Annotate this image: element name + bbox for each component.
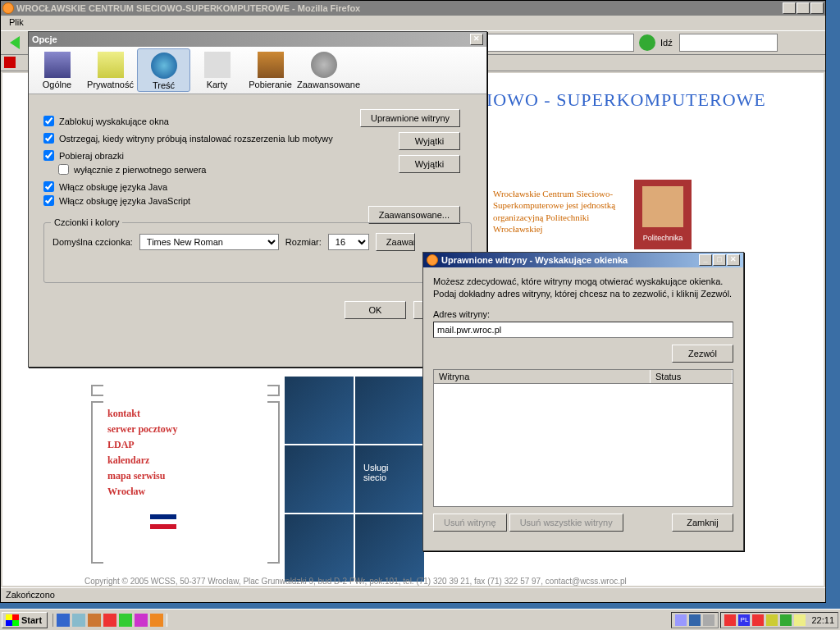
menu-file[interactable]: Plik: [4, 17, 29, 27]
btn-js-advanced[interactable]: Zaawansowane...: [368, 206, 460, 224]
tab-downloads[interactable]: Pobieranie: [244, 48, 297, 92]
tab-general[interactable]: Ogólne: [30, 48, 84, 92]
taskbar: Start PL 22:11: [0, 609, 840, 630]
col-status[interactable]: Status: [651, 370, 733, 383]
chk-block-popups[interactable]: [43, 116, 54, 126]
options-titlebar[interactable]: Opcje ✕: [29, 32, 486, 47]
logo-caption: Politechnika: [634, 234, 692, 242]
back-arrow-icon: [10, 36, 20, 49]
chk-java[interactable]: [43, 181, 54, 192]
tray-word-icon[interactable]: [689, 614, 701, 626]
tab-privacy[interactable]: Prywatność: [84, 48, 137, 92]
tabs-icon: [204, 52, 231, 78]
sites-list[interactable]: [433, 384, 733, 507]
tray-flag-icon[interactable]: [724, 614, 736, 626]
system-tray-2: PL 22:11: [720, 612, 838, 628]
nav-link-wroclaw[interactable]: Wrocław: [93, 484, 278, 500]
clock[interactable]: 22:11: [811, 615, 834, 625]
tray-sound-icon[interactable]: [794, 614, 806, 626]
col-site[interactable]: Witryna: [434, 370, 651, 383]
ql-firefox-icon[interactable]: [150, 614, 163, 627]
download-icon: [258, 52, 284, 78]
remove-site-button[interactable]: Usuń witrynę: [433, 514, 507, 532]
status-text: Zakończono: [6, 590, 55, 600]
tab-site-icon[interactable]: [4, 57, 16, 68]
back-button[interactable]: [4, 33, 25, 52]
chk-originating-only[interactable]: [58, 164, 69, 175]
nav-link-mapa[interactable]: mapa serwisu: [93, 468, 278, 484]
address-input[interactable]: [433, 322, 733, 338]
options-ok-button[interactable]: OK: [345, 301, 406, 319]
eagle-icon: [642, 186, 683, 227]
ql-ie-icon[interactable]: [57, 614, 70, 627]
tray-ati-icon[interactable]: [752, 614, 764, 626]
windows-logo-icon: [6, 614, 19, 626]
maximize-button[interactable]: □: [797, 2, 810, 14]
chk-javascript[interactable]: [43, 195, 54, 206]
tray-net-icon[interactable]: [780, 614, 792, 626]
ql-app3-icon[interactable]: [135, 614, 148, 627]
btn-allowed-sites[interactable]: Uprawnione witryny: [360, 109, 460, 127]
font-label: Domyślna czcionka:: [52, 237, 133, 247]
popup-minimize-button[interactable]: _: [699, 254, 712, 266]
popup-description: Możesz zdecydować, które witryny mogą ot…: [433, 276, 733, 301]
statusbar: Zakończono: [1, 587, 825, 602]
tray-app1-icon[interactable]: [675, 614, 687, 626]
ql-app-icon[interactable]: [103, 614, 116, 627]
sites-list-header: Witryna Status: [433, 369, 733, 384]
close-button[interactable]: ✕: [810, 2, 824, 14]
options-close-button[interactable]: ✕: [470, 34, 483, 45]
nav-link-ldap[interactable]: LDAP: [93, 437, 278, 453]
nav-link-kontakt[interactable]: kontakt: [93, 406, 278, 422]
size-select[interactable]: 16: [328, 234, 369, 250]
tray-lang-icon[interactable]: PL: [738, 614, 750, 626]
university-logo: Politechnika: [634, 180, 692, 249]
url-bar[interactable]: [486, 34, 634, 52]
btn-exceptions-1[interactable]: Wyjątki: [399, 132, 460, 150]
ql-outlook-icon[interactable]: [88, 614, 101, 627]
tab-content[interactable]: Treść: [137, 48, 190, 92]
photo-grid: [285, 377, 424, 582]
allowed-sites-dialog: Uprawnione witryny - Wyskakujące okienka…: [422, 252, 744, 551]
remove-all-button[interactable]: Usuń wszystkie witryny: [509, 514, 623, 532]
globe-icon: [151, 52, 177, 79]
address-label: Adres witryny:: [433, 309, 733, 319]
btn-exceptions-2[interactable]: Wyjątki: [399, 155, 460, 173]
gear-icon: [44, 52, 71, 78]
nav-link-serwer[interactable]: serwer pocztowy: [93, 422, 278, 437]
options-dialog: Opcje ✕ Ogólne Prywatność Treść Karty Po…: [28, 31, 487, 368]
ql-desktop-icon[interactable]: [72, 614, 85, 627]
go-label: Idź: [660, 38, 673, 48]
start-button[interactable]: Start: [2, 612, 48, 628]
main-titlebar[interactable]: WROCŁAWSKIE CENTRUM SIECIOWO-SUPERKOMPUT…: [1, 1, 825, 16]
popup-close-button[interactable]: ✕: [727, 254, 740, 266]
firefox-icon: [427, 254, 438, 266]
nav-link-kalendarz[interactable]: kalendarz: [93, 453, 278, 468]
tab-advanced[interactable]: Zaawansowane: [297, 48, 350, 92]
go-button[interactable]: [639, 34, 655, 51]
page-info-text: Wrocławskie Centrum Sieciowo-Superkomput…: [493, 188, 632, 235]
chk-warn-install[interactable]: [43, 133, 54, 144]
popup-titlebar[interactable]: Uprawnione witryny - Wyskakujące okienka…: [423, 253, 743, 267]
btn-fonts-advanced[interactable]: Zaawan: [376, 233, 415, 251]
english-flag-icon[interactable]: [150, 514, 176, 529]
firefox-icon: [2, 2, 14, 14]
options-title: Opcje: [32, 34, 57, 44]
allow-button[interactable]: Zezwól: [672, 345, 733, 363]
popup-maximize-button[interactable]: □: [713, 254, 726, 266]
window-title: WROCŁAWSKIE CENTRUM SIECIOWO-SUPERKOMPUT…: [16, 3, 360, 13]
page-footer: Copyright © 2005 WCSS, 50-377 Wrocław, P…: [84, 577, 742, 586]
page-navigation: kontakt serwer pocztowy LDAP kalendarz m…: [91, 386, 280, 572]
ql-app2-icon[interactable]: [119, 614, 132, 627]
tray-vol-icon[interactable]: [766, 614, 778, 626]
minimize-button[interactable]: _: [783, 2, 796, 14]
search-bar[interactable]: [679, 34, 778, 52]
chk-load-images[interactable]: [43, 150, 54, 161]
popup-title: Uprawnione witryny - Wyskakujące okienka: [441, 255, 628, 265]
tray-app2-icon[interactable]: [703, 614, 714, 626]
font-select[interactable]: Times New Roman: [139, 234, 279, 250]
system-tray: [671, 612, 719, 628]
quick-launch: [52, 614, 167, 627]
tab-tabs[interactable]: Karty: [190, 48, 244, 92]
close-dialog-button[interactable]: Zamknij: [672, 514, 733, 532]
